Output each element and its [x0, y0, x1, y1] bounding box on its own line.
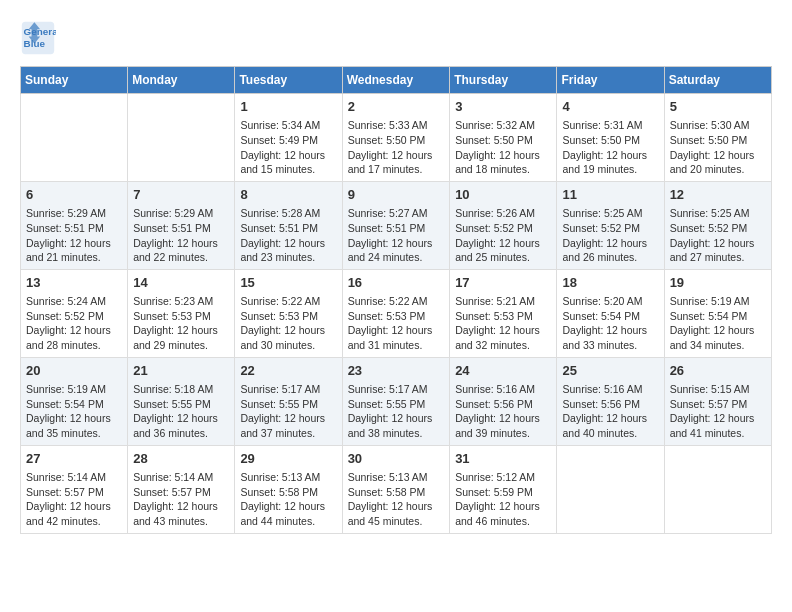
sunset-text: Sunset: 5:51 PM — [348, 221, 445, 236]
daylight-text: Daylight: 12 hours and 24 minutes. — [348, 236, 445, 265]
calendar-cell: 18Sunrise: 5:20 AMSunset: 5:54 PMDayligh… — [557, 269, 664, 357]
sunrise-text: Sunrise: 5:23 AM — [133, 294, 229, 309]
calendar-cell: 12Sunrise: 5:25 AMSunset: 5:52 PMDayligh… — [664, 181, 771, 269]
daylight-text: Daylight: 12 hours and 31 minutes. — [348, 323, 445, 352]
sunset-text: Sunset: 5:52 PM — [562, 221, 658, 236]
day-number: 24 — [455, 362, 551, 380]
calendar-cell: 25Sunrise: 5:16 AMSunset: 5:56 PMDayligh… — [557, 357, 664, 445]
day-number: 4 — [562, 98, 658, 116]
calendar-cell: 10Sunrise: 5:26 AMSunset: 5:52 PMDayligh… — [450, 181, 557, 269]
logo-icon: General Blue — [20, 20, 56, 56]
daylight-text: Daylight: 12 hours and 20 minutes. — [670, 148, 766, 177]
calendar-cell: 31Sunrise: 5:12 AMSunset: 5:59 PMDayligh… — [450, 445, 557, 533]
sunrise-text: Sunrise: 5:33 AM — [348, 118, 445, 133]
sunrise-text: Sunrise: 5:22 AM — [348, 294, 445, 309]
sunrise-text: Sunrise: 5:17 AM — [240, 382, 336, 397]
sunset-text: Sunset: 5:55 PM — [348, 397, 445, 412]
calendar-cell: 11Sunrise: 5:25 AMSunset: 5:52 PMDayligh… — [557, 181, 664, 269]
daylight-text: Daylight: 12 hours and 28 minutes. — [26, 323, 122, 352]
daylight-text: Daylight: 12 hours and 44 minutes. — [240, 499, 336, 528]
sunset-text: Sunset: 5:50 PM — [455, 133, 551, 148]
daylight-text: Daylight: 12 hours and 40 minutes. — [562, 411, 658, 440]
calendar-cell: 30Sunrise: 5:13 AMSunset: 5:58 PMDayligh… — [342, 445, 450, 533]
sunset-text: Sunset: 5:50 PM — [670, 133, 766, 148]
day-number: 12 — [670, 186, 766, 204]
calendar-cell: 21Sunrise: 5:18 AMSunset: 5:55 PMDayligh… — [128, 357, 235, 445]
calendar-cell: 20Sunrise: 5:19 AMSunset: 5:54 PMDayligh… — [21, 357, 128, 445]
sunrise-text: Sunrise: 5:22 AM — [240, 294, 336, 309]
sunset-text: Sunset: 5:55 PM — [133, 397, 229, 412]
calendar-cell: 9Sunrise: 5:27 AMSunset: 5:51 PMDaylight… — [342, 181, 450, 269]
daylight-text: Daylight: 12 hours and 45 minutes. — [348, 499, 445, 528]
day-number: 15 — [240, 274, 336, 292]
sunset-text: Sunset: 5:49 PM — [240, 133, 336, 148]
daylight-text: Daylight: 12 hours and 21 minutes. — [26, 236, 122, 265]
weekday-header-sunday: Sunday — [21, 67, 128, 94]
daylight-text: Daylight: 12 hours and 27 minutes. — [670, 236, 766, 265]
daylight-text: Daylight: 12 hours and 36 minutes. — [133, 411, 229, 440]
calendar-cell: 24Sunrise: 5:16 AMSunset: 5:56 PMDayligh… — [450, 357, 557, 445]
sunrise-text: Sunrise: 5:26 AM — [455, 206, 551, 221]
sunrise-text: Sunrise: 5:25 AM — [562, 206, 658, 221]
sunrise-text: Sunrise: 5:13 AM — [240, 470, 336, 485]
calendar-cell: 22Sunrise: 5:17 AMSunset: 5:55 PMDayligh… — [235, 357, 342, 445]
sunset-text: Sunset: 5:56 PM — [455, 397, 551, 412]
sunset-text: Sunset: 5:58 PM — [348, 485, 445, 500]
calendar-cell — [21, 94, 128, 182]
day-number: 11 — [562, 186, 658, 204]
sunrise-text: Sunrise: 5:19 AM — [670, 294, 766, 309]
sunrise-text: Sunrise: 5:14 AM — [26, 470, 122, 485]
sunset-text: Sunset: 5:54 PM — [670, 309, 766, 324]
sunset-text: Sunset: 5:50 PM — [348, 133, 445, 148]
day-number: 9 — [348, 186, 445, 204]
day-number: 22 — [240, 362, 336, 380]
sunrise-text: Sunrise: 5:30 AM — [670, 118, 766, 133]
calendar-row-3: 20Sunrise: 5:19 AMSunset: 5:54 PMDayligh… — [21, 357, 772, 445]
day-number: 7 — [133, 186, 229, 204]
daylight-text: Daylight: 12 hours and 29 minutes. — [133, 323, 229, 352]
sunset-text: Sunset: 5:51 PM — [133, 221, 229, 236]
sunset-text: Sunset: 5:57 PM — [26, 485, 122, 500]
weekday-header-thursday: Thursday — [450, 67, 557, 94]
sunset-text: Sunset: 5:50 PM — [562, 133, 658, 148]
day-number: 3 — [455, 98, 551, 116]
sunrise-text: Sunrise: 5:20 AM — [562, 294, 658, 309]
sunrise-text: Sunrise: 5:34 AM — [240, 118, 336, 133]
calendar-row-2: 13Sunrise: 5:24 AMSunset: 5:52 PMDayligh… — [21, 269, 772, 357]
daylight-text: Daylight: 12 hours and 34 minutes. — [670, 323, 766, 352]
day-number: 19 — [670, 274, 766, 292]
sunrise-text: Sunrise: 5:21 AM — [455, 294, 551, 309]
sunset-text: Sunset: 5:53 PM — [455, 309, 551, 324]
daylight-text: Daylight: 12 hours and 23 minutes. — [240, 236, 336, 265]
day-number: 13 — [26, 274, 122, 292]
daylight-text: Daylight: 12 hours and 39 minutes. — [455, 411, 551, 440]
calendar-cell: 7Sunrise: 5:29 AMSunset: 5:51 PMDaylight… — [128, 181, 235, 269]
calendar-cell: 27Sunrise: 5:14 AMSunset: 5:57 PMDayligh… — [21, 445, 128, 533]
calendar-cell: 5Sunrise: 5:30 AMSunset: 5:50 PMDaylight… — [664, 94, 771, 182]
day-number: 6 — [26, 186, 122, 204]
day-number: 29 — [240, 450, 336, 468]
day-number: 20 — [26, 362, 122, 380]
svg-text:General: General — [24, 26, 56, 37]
sunrise-text: Sunrise: 5:18 AM — [133, 382, 229, 397]
calendar-cell: 29Sunrise: 5:13 AMSunset: 5:58 PMDayligh… — [235, 445, 342, 533]
weekday-header-tuesday: Tuesday — [235, 67, 342, 94]
sunset-text: Sunset: 5:51 PM — [26, 221, 122, 236]
weekday-header-friday: Friday — [557, 67, 664, 94]
daylight-text: Daylight: 12 hours and 15 minutes. — [240, 148, 336, 177]
sunset-text: Sunset: 5:52 PM — [26, 309, 122, 324]
day-number: 30 — [348, 450, 445, 468]
day-number: 10 — [455, 186, 551, 204]
day-number: 14 — [133, 274, 229, 292]
calendar-cell: 3Sunrise: 5:32 AMSunset: 5:50 PMDaylight… — [450, 94, 557, 182]
day-number: 1 — [240, 98, 336, 116]
daylight-text: Daylight: 12 hours and 30 minutes. — [240, 323, 336, 352]
sunrise-text: Sunrise: 5:15 AM — [670, 382, 766, 397]
day-number: 31 — [455, 450, 551, 468]
sunset-text: Sunset: 5:52 PM — [670, 221, 766, 236]
calendar-cell: 1Sunrise: 5:34 AMSunset: 5:49 PMDaylight… — [235, 94, 342, 182]
daylight-text: Daylight: 12 hours and 37 minutes. — [240, 411, 336, 440]
daylight-text: Daylight: 12 hours and 35 minutes. — [26, 411, 122, 440]
calendar-cell: 23Sunrise: 5:17 AMSunset: 5:55 PMDayligh… — [342, 357, 450, 445]
daylight-text: Daylight: 12 hours and 42 minutes. — [26, 499, 122, 528]
